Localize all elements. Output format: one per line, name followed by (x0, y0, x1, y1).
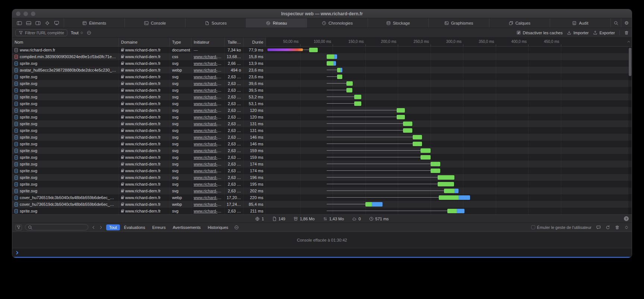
titlebar[interactable]: Inspecteur web — www.richard-dern.fr (12, 9, 632, 18)
reload-icon[interactable] (606, 225, 610, 230)
console-scope-évaluations[interactable]: Évaluations (121, 224, 148, 230)
table-row[interactable]: sprite.svgwww.richard-dern.frsvgwww.rich… (12, 181, 632, 188)
table-row[interactable]: sprite.svgwww.richard-dern.frsvgwww.rich… (12, 141, 632, 147)
initiator-link[interactable]: www.richard-d… (194, 75, 222, 79)
initiator-link[interactable]: www.richard-d… (194, 142, 222, 146)
table-row[interactable]: sprite.svgwww.richard-dern.frsvgwww.rich… (12, 134, 632, 141)
initiator-link[interactable]: www.richard-d… (194, 148, 222, 153)
table-row[interactable]: sprite.svgwww.richard-dern.frsvgwww.rich… (12, 167, 632, 174)
table-row[interactable]: sprite.svgwww.richard-dern.frsvgwww.rich… (12, 208, 632, 214)
zoom-button[interactable] (31, 12, 35, 16)
table-row[interactable]: sprite.svgwww.richard-dern.frsvgwww.rich… (12, 100, 632, 107)
table-row[interactable]: sprite.svgwww.richard-dern.frsvgwww.rich… (12, 60, 632, 67)
table-row[interactable]: avatar_hu85ecc3e298728880b0bde2dcc4e5c23… (12, 67, 632, 73)
table-row[interactable]: sprite.svgwww.richard-dern.frsvgwww.rich… (12, 188, 632, 194)
initiator-link[interactable]: www.richard-d… (194, 155, 222, 160)
table-row[interactable]: sprite.svgwww.richard-dern.frsvgwww.rich… (12, 107, 632, 114)
column-header-initiateur[interactable]: Initiateur (191, 38, 225, 46)
scroll-up-icon[interactable] (627, 40, 631, 44)
initiator-link[interactable]: www.richard-d… (194, 135, 222, 139)
table-row[interactable]: sprite.svgwww.richard-dern.frsvgwww.rich… (12, 87, 632, 94)
initiator-link[interactable]: www.richard-d… (194, 95, 222, 99)
next-result-button[interactable] (99, 225, 103, 230)
table-row[interactable]: sprite.svgwww.richard-dern.frsvgwww.rich… (12, 154, 632, 161)
tab-layers[interactable]: Calques (489, 18, 550, 28)
console-filter-icon[interactable] (15, 224, 22, 230)
initiator-link[interactable]: www.richard-d… (194, 202, 222, 207)
initiator-link[interactable]: www.richard-d… (194, 88, 222, 92)
console-issues-icon[interactable] (234, 225, 239, 230)
tab-timelines[interactable]: Chronologies (307, 18, 368, 28)
console-bubble-icon[interactable] (596, 225, 601, 230)
element-picker-icon[interactable] (45, 21, 50, 25)
device-icon[interactable] (54, 21, 59, 25)
close-button[interactable] (16, 12, 20, 16)
clear-console-button[interactable] (615, 225, 619, 230)
column-header-taille[interactable]: Taille… (225, 38, 244, 46)
previous-result-button[interactable] (91, 225, 96, 230)
import-button[interactable]: Importer (567, 31, 589, 35)
initiator-link[interactable]: www.richard-d… (194, 61, 222, 66)
table-row[interactable]: sprite.svgwww.richard-dern.frsvgwww.rich… (12, 120, 632, 127)
export-button[interactable]: Exporter (593, 31, 615, 35)
column-header-duree[interactable]: Durée (244, 38, 266, 46)
column-header-type[interactable]: Type (170, 38, 191, 46)
emulate-user-gesture-checkbox[interactable]: Émuler le geste de l'utilisateur (531, 225, 591, 230)
initiator-link[interactable]: www.richard-d… (194, 189, 222, 193)
dock-right-icon[interactable] (35, 21, 41, 25)
column-header-domaine[interactable]: Domaine (119, 38, 170, 46)
table-row[interactable]: compiled.min.38390909f303624ed9e1cf1bd3f… (12, 53, 632, 60)
table-row[interactable]: sprite.svgwww.richard-dern.frsvgwww.rich… (12, 147, 632, 154)
resource-type-select[interactable]: Tout (71, 31, 83, 35)
initiator-link[interactable]: www.richard-d… (194, 115, 222, 119)
minimize-button[interactable] (23, 12, 28, 16)
console-scope-erreurs[interactable]: Erreurs (149, 224, 169, 230)
help-button[interactable]: ? (624, 216, 629, 221)
initiator-link[interactable]: www.richard-d… (194, 182, 222, 186)
console-scope-historiques[interactable]: Historiques (205, 224, 231, 230)
tab-sources[interactable]: Sources (185, 18, 246, 28)
initiator-link[interactable]: www.richard-d… (194, 162, 222, 166)
tab-network[interactable]: Réseau (246, 18, 307, 28)
expand-console-icon[interactable] (624, 225, 629, 230)
table-row[interactable]: sprite.svgwww.richard-dern.frsvgwww.rich… (12, 94, 632, 100)
table-row[interactable]: cover_hu736519dc3b5040cfa48b6b559b6de6ec… (12, 194, 632, 201)
initiator-link[interactable]: www.richard-d… (194, 195, 222, 200)
table-row[interactable]: sprite.svgwww.richard-dern.frsvgwww.rich… (12, 127, 632, 134)
settings-button[interactable]: ⚙ (621, 18, 632, 28)
dock-left-icon[interactable] (17, 21, 22, 25)
scrollbar-thumb[interactable] (629, 48, 631, 76)
table-row[interactable]: sprite.svgwww.richard-dern.frsvgwww.rich… (12, 73, 632, 80)
search-button[interactable] (611, 18, 621, 28)
tab-graphics[interactable]: Graphismes (429, 18, 489, 28)
initiator-link[interactable]: www.richard-d… (194, 209, 222, 213)
tab-storage[interactable]: Stockage (368, 18, 429, 28)
clear-network-button[interactable] (624, 31, 629, 35)
issues-filter-icon[interactable] (87, 31, 91, 35)
initiator-link[interactable]: www.richard-d… (194, 122, 222, 126)
console-scope-avertissements[interactable]: Avertissements (170, 224, 204, 230)
console-search-input[interactable] (25, 224, 88, 230)
table-row[interactable]: sprite.svgwww.richard-dern.frsvgwww.rich… (12, 114, 632, 120)
table-row[interactable]: www.richard-dern.frwww.richard-dern.frdo… (12, 47, 632, 53)
tab-audit[interactable]: Audit (550, 18, 611, 28)
table-row[interactable]: cover_hu736519dc3b5040cfa48b6b559b6de6ec… (12, 201, 632, 208)
initiator-link[interactable]: www.richard-d… (194, 175, 222, 180)
console-prompt[interactable] (12, 248, 632, 258)
tab-elements[interactable]: Éléments (64, 18, 125, 28)
initiator-link[interactable]: www.richard-d… (194, 101, 222, 106)
column-header-nom[interactable]: Nom (12, 38, 119, 46)
table-row[interactable]: sprite.svgwww.richard-dern.frsvgwww.rich… (12, 80, 632, 87)
initiator-link[interactable]: www.richard-d… (194, 68, 222, 72)
initiator-link[interactable]: www.richard-d… (194, 108, 222, 113)
tab-console[interactable]: Console (125, 18, 185, 28)
console-scope-tout[interactable]: Tout (106, 224, 120, 230)
table-row[interactable]: sprite.svgwww.richard-dern.frsvgwww.rich… (12, 161, 632, 167)
table-row[interactable]: sprite.svgwww.richard-dern.frsvgwww.rich… (12, 174, 632, 181)
url-filter-input[interactable]: Filtrer l'URL complète (15, 29, 67, 36)
initiator-link[interactable]: www.richard-d… (194, 81, 222, 86)
dock-bottom-icon[interactable] (26, 21, 31, 25)
initiator-link[interactable]: www.richard-d… (194, 128, 222, 133)
initiator-link[interactable]: www.richard-d… (194, 54, 222, 59)
disable-caches-checkbox[interactable]: ✓ Désactiver les caches (517, 31, 562, 35)
